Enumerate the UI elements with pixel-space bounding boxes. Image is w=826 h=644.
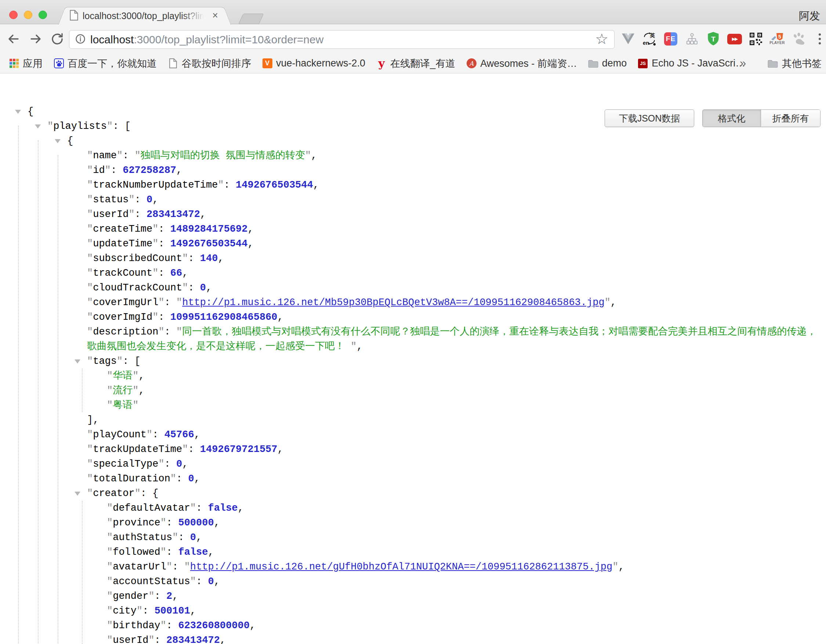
paw-icon[interactable] [792,30,806,48]
html5-player-icon[interactable]: 5PLAYER [770,30,784,48]
fe-icon[interactable]: FE [664,30,678,48]
bookmark-label: 百度一下，你就知道 [68,57,157,70]
bookmarks-bar: 应用百度一下，你就知道谷歌按时间排序Vvue-hackernews-2.0y在线… [0,54,826,73]
bookmark-item[interactable]: 谷歌按时间排序 [168,57,251,70]
collapse-toggle-icon[interactable] [55,139,61,143]
collapse-toggle-icon[interactable] [75,492,81,496]
json-line: "cloudTrackCount": 0, [0,281,824,295]
browser-tab[interactable]: localhost:3000/top_playlist?lim × [68,7,221,25]
page-icon [168,58,178,69]
echojs-icon: JS [638,58,648,69]
json-line: ], [0,413,824,427]
svg-text:T: T [711,35,716,43]
json-line: "updateTime": 1492676503544, [0,236,824,251]
json-line: "description": "同一首歌，独唱模式与对唱模式有没有什么不同呢？独… [0,324,824,354]
bookmarks-overflow-chevron[interactable]: » [740,57,746,70]
json-line: "trackUpdateTime": 1492679721557, [0,442,824,457]
json-link[interactable]: http://p1.music.126.net/gUfH0bhzOfAl71NU… [190,562,612,573]
bookmark-label: 谷歌按时间排序 [182,57,251,70]
page-favicon [70,10,78,22]
bookmark-label: 应用 [23,57,43,70]
json-line: "avatarUrl": "http://p1.music.126.net/gU… [0,560,824,574]
baidu-paw-icon [54,58,64,69]
json-line: "birthday": 623260800000, [0,618,824,633]
json-line: "status": 0, [0,192,824,207]
json-line: "userId": 283413472, [0,207,824,222]
browser-menu-icon[interactable] [813,30,826,48]
awesomes-icon: A [466,58,477,69]
extensions-bar: 英enFET▶▶5PLAYER [621,24,826,54]
json-line: "tags": [ [0,354,824,369]
json-line: { [0,104,824,119]
zoom-window-button[interactable] [39,11,47,19]
json-line: "subscribedCount": 140, [0,251,824,266]
json-line: "coverImgUrl": "http://p1.music.126.net/… [0,295,824,310]
forward-button[interactable] [29,32,43,46]
json-line: "id": 627258287, [0,163,824,178]
sitemap-icon[interactable] [685,30,699,48]
bookmark-item[interactable]: demo [588,57,627,69]
collapse-toggle-icon[interactable] [75,360,81,363]
folder-icon [588,58,598,69]
bookmark-item[interactable]: 应用 [9,57,43,70]
json-line: "authStatus": 0, [0,530,824,545]
bookmarks-list: 应用百度一下，你就知道谷歌按时间排序Vvue-hackernews-2.0y在线… [9,57,745,70]
json-line: "followed": false, [0,545,824,560]
other-bookmarks-label: 其他书签 [782,57,821,70]
url-path: :3000/top_playlist?limit=10&order=new [134,33,323,45]
bookmark-item[interactable]: 百度一下，你就知道 [54,57,157,70]
collapse-toggle-icon[interactable] [15,110,21,114]
minimize-window-button[interactable] [24,11,32,19]
tab-close-icon[interactable]: × [212,11,218,20]
close-window-button[interactable] [9,11,18,19]
json-line: { [0,133,824,148]
youdao-icon: y [376,58,387,69]
json-line: "trackNumberUpdateTime": 1492676503544, [0,178,824,192]
address-bar[interactable]: localhost:3000/top_playlist?limit=10&ord… [69,30,615,49]
bookmark-star-icon[interactable]: ☆ [595,31,608,46]
bookmark-label: demo [602,57,627,69]
window-controls [9,11,47,19]
vue-orange-icon: V [262,58,272,69]
json-line: "流行", [0,383,824,398]
tampermonkey-icon[interactable]: T [706,30,720,48]
json-line: "gender": 2, [0,589,824,604]
translate-icon[interactable]: 英en [643,30,657,48]
json-line: "createTime": 1489284175692, [0,222,824,236]
json-line: "name": "独唱与对唱的切换 氛围与情感的转变", [0,148,824,163]
video-fast-forward-icon[interactable]: ▶▶ [728,30,742,48]
profile-name[interactable]: 阿发 [799,9,820,23]
titlebar: localhost:3000/top_playlist?lim × 阿发 [0,0,826,24]
url-text[interactable]: localhost:3000/top_playlist?limit=10&ord… [90,33,595,46]
bookmark-item[interactable]: AAwesomes - 前端资… [466,57,577,70]
json-line: "accountStatus": 0, [0,574,824,589]
json-line: "province": 500000, [0,515,824,530]
vue-devtools-icon[interactable] [621,30,635,48]
json-viewer: {"playlists": [{"name": "独唱与对唱的切换 氛围与情感的… [0,104,824,644]
bookmark-label: 在线翻译_有道 [390,57,455,70]
json-line: "playlists": [ [0,119,824,133]
page-content: 下载JSON数据 格式化 折叠所有 {"playlists": [{"name"… [0,104,826,644]
browser-window: localhost:3000/top_playlist?lim × 阿发 loc… [0,0,826,644]
bookmark-label: Echo JS - JavaScri… [652,57,745,69]
json-line: "city": 500101, [0,604,824,618]
bookmark-item[interactable]: Vvue-hackernews-2.0 [262,57,365,69]
json-line: "coverImgId": 109951162908465860, [0,310,824,324]
json-line: "userId": 283413472, [0,633,824,644]
tab-title-fade [182,10,208,23]
bookmark-item[interactable]: y在线翻译_有道 [376,57,455,70]
bookmark-item[interactable]: JSEcho JS - JavaScri… [638,57,745,69]
bookmark-label: vue-hackernews-2.0 [276,57,365,69]
svg-text:en: en [643,40,649,46]
json-line: "粤语" [0,398,824,413]
reload-button[interactable] [50,32,64,46]
back-button[interactable] [6,32,20,46]
info-icon[interactable] [75,34,85,45]
json-line: "defaultAvatar": false, [0,501,824,515]
json-line: "trackCount": 66, [0,266,824,281]
json-link[interactable]: http://p1.music.126.net/Mb59p30BpEQLcBQe… [182,297,604,308]
other-bookmarks-folder[interactable]: 其他书签 [768,54,821,73]
new-tab-button[interactable] [238,14,264,24]
collapse-toggle-icon[interactable] [35,124,41,129]
qr-code-icon[interactable] [749,30,763,48]
